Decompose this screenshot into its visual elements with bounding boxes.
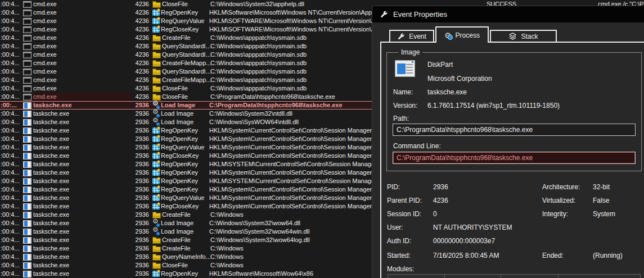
process-name-cell: cmd.exe xyxy=(33,42,132,51)
time-cell: :00:4... xyxy=(0,67,22,76)
file-operation-icon xyxy=(152,70,161,75)
modules-column-divider[interactable] xyxy=(444,275,445,278)
reg-operation-icon xyxy=(152,136,160,142)
operation-cell: CreateFile xyxy=(162,211,210,219)
process-name-cell: cmd.exe xyxy=(33,51,132,59)
process-name-cell: tasksche.exe xyxy=(33,244,132,253)
time-cell: :00:4... xyxy=(0,253,22,261)
detail-value: 2936 xyxy=(433,183,448,191)
operation-cell: RegCloseKey xyxy=(161,202,209,211)
process-name-cell: cmd.exe xyxy=(33,67,132,76)
operation-cell: Load Image xyxy=(161,101,209,110)
reg-operation-icon xyxy=(152,195,160,201)
tab-process[interactable]: ⚙Process xyxy=(435,26,489,43)
detail-label: Started: xyxy=(387,252,411,259)
pid-cell: 2936 xyxy=(132,194,149,202)
operation-cell: RegOpenKey xyxy=(161,270,209,278)
app-process-icon xyxy=(23,271,31,277)
process-name-cell: cmd.exe xyxy=(33,34,132,42)
file-operation-icon xyxy=(152,2,161,8)
cmd-process-icon xyxy=(23,10,31,16)
time-cell: :00:4... xyxy=(0,76,22,84)
time-cell: :00:4... xyxy=(0,59,22,67)
image-product-name: DiskPart xyxy=(427,61,453,69)
file-operation-icon xyxy=(152,53,161,58)
load-operation-icon xyxy=(152,119,160,126)
process-name-cell: cmd.exe xyxy=(33,93,132,101)
modules-table[interactable] xyxy=(388,274,641,278)
reg-operation-icon xyxy=(152,144,160,151)
process-name-cell: tasksche.exe xyxy=(33,202,132,211)
modules-column-divider[interactable] xyxy=(501,275,501,278)
time-cell: :00:4... xyxy=(0,219,22,227)
reg-operation-icon xyxy=(152,153,160,159)
time-cell: :00:4... xyxy=(0,84,22,93)
app-process-icon xyxy=(23,229,31,235)
event-properties-dialog: Event Properties Event⚙ProcessStack Imag… xyxy=(372,6,644,278)
process-name-cell: tasksche.exe xyxy=(33,211,132,219)
process-name-cell: tasksche.exe xyxy=(33,126,132,135)
process-name-cell: tasksche.exe xyxy=(33,143,132,152)
app-icon-blue-pane xyxy=(397,63,406,74)
tab-event[interactable]: Event xyxy=(389,30,434,42)
cmd-process-icon xyxy=(23,77,31,84)
path-field[interactable]: C:\ProgramData\htspphcnto968\tasksche.ex… xyxy=(393,124,636,136)
operation-cell: RegOpenKey xyxy=(161,160,209,168)
time-cell: :00:4... xyxy=(0,42,22,51)
path-label: Path: xyxy=(393,115,409,122)
tab-label: Stack xyxy=(521,33,538,40)
process-name-cell: tasksche.exe xyxy=(33,194,132,202)
wrench-icon xyxy=(380,10,388,19)
app-process-icon xyxy=(23,127,31,134)
process-name-cell: cmd.exe xyxy=(33,8,132,17)
detail-label: Auth ID: xyxy=(387,237,411,245)
process-name-cell: tasksche.exe xyxy=(33,168,132,177)
process-name-cell: tasksche.exe xyxy=(33,101,132,110)
reg-operation-icon xyxy=(152,10,160,16)
app-process-icon xyxy=(23,144,31,151)
detail-value: System xyxy=(593,210,615,218)
time-cell: :00:... xyxy=(0,101,22,110)
app-process-icon xyxy=(23,161,31,168)
operation-cell: RegOpenKey xyxy=(161,168,209,177)
operation-cell: CreateFileMapp... xyxy=(162,59,210,67)
pid-cell: 2936 xyxy=(132,185,149,194)
time-cell: :00:4... xyxy=(0,211,22,219)
app-process-icon xyxy=(23,178,31,185)
procmon-window: :00:4...cmd.exe4236CloseFileC:\Windows\S… xyxy=(0,0,644,278)
reg-operation-icon xyxy=(152,186,160,193)
time-cell: :00:4... xyxy=(0,0,22,8)
detail-value: 00000000:000003e7 xyxy=(433,237,495,245)
command-line-label: Command Line: xyxy=(393,142,441,150)
time-cell: :00:4... xyxy=(0,177,22,185)
file-operation-icon xyxy=(152,61,161,67)
detail-label: Architecture: xyxy=(542,183,580,191)
cmd-process-icon xyxy=(23,26,31,33)
pid-cell: 2936 xyxy=(132,118,149,126)
modules-column-divider[interactable] xyxy=(558,275,559,278)
time-cell: :00:4... xyxy=(0,194,22,202)
wrench-icon xyxy=(397,33,405,40)
app-process-icon xyxy=(23,170,31,176)
pid-cell: 2936 xyxy=(132,168,149,177)
time-cell: :00:4... xyxy=(0,51,22,59)
operation-cell: Load Image xyxy=(161,118,209,126)
pid-cell: 4236 xyxy=(132,93,149,101)
command-line-field[interactable]: C:\ProgramData\htspphcnto968\tasksche.ex… xyxy=(393,152,636,164)
reg-operation-icon xyxy=(152,170,160,176)
operation-cell: QueryStandardI... xyxy=(162,42,210,51)
process-name-cell: tasksche.exe xyxy=(33,152,132,160)
detail-label: Virtualized: xyxy=(542,197,575,204)
tab-label: Event xyxy=(409,33,426,40)
pid-cell: 4236 xyxy=(132,76,149,84)
file-operation-icon xyxy=(152,78,161,84)
time-cell: :00:4... xyxy=(0,25,22,34)
time-cell: :00:4... xyxy=(0,202,22,211)
tab-stack[interactable]: Stack xyxy=(490,30,557,42)
operation-cell: RegOpenKey xyxy=(161,185,209,194)
file-operation-icon xyxy=(152,247,161,252)
operation-cell: RegOpenKey xyxy=(161,8,209,17)
operation-cell: RegOpenKey xyxy=(161,177,209,185)
dialog-titlebar[interactable]: Event Properties xyxy=(372,6,644,22)
process-name-cell: tasksche.exe xyxy=(33,110,132,118)
